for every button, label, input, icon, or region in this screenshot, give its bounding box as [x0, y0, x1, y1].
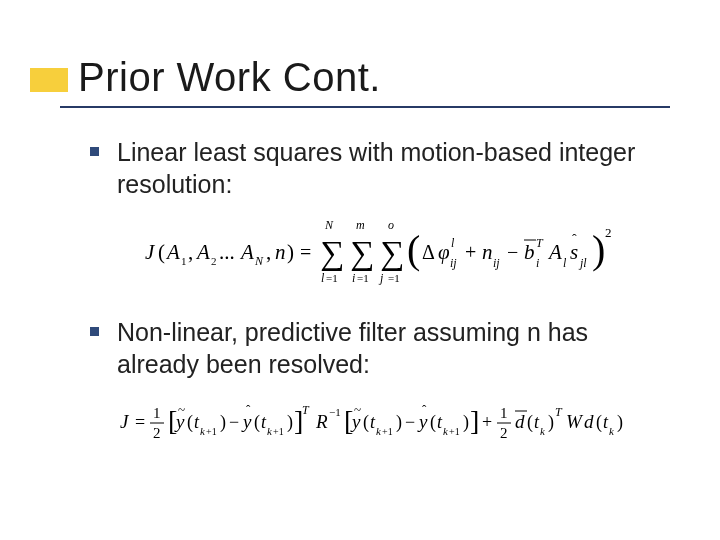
- svg-text:2: 2: [211, 255, 217, 267]
- svg-text:ij: ij: [450, 256, 457, 270]
- svg-text:i: i: [352, 271, 355, 285]
- svg-text:N: N: [324, 218, 334, 232]
- svg-text:1: 1: [153, 405, 161, 421]
- svg-text:): ): [287, 412, 293, 433]
- svg-text:+1: +1: [273, 426, 284, 437]
- svg-text:b: b: [524, 240, 535, 264]
- svg-text:T: T: [302, 403, 310, 417]
- bullet-text: Linear least squares with motion-based i…: [117, 136, 670, 200]
- svg-text:n: n: [482, 240, 493, 264]
- page-title: Prior Work Cont.: [70, 55, 680, 100]
- svg-text:A: A: [239, 240, 254, 264]
- svg-text:R: R: [315, 411, 328, 432]
- svg-text:(: (: [363, 412, 369, 433]
- svg-text:T: T: [555, 405, 563, 419]
- svg-text:d: d: [515, 411, 525, 432]
- svg-text:): ): [592, 227, 605, 272]
- svg-text:l: l: [451, 236, 455, 250]
- svg-text:y: y: [174, 411, 185, 432]
- svg-text:A: A: [547, 240, 562, 264]
- svg-text:Δ: Δ: [422, 241, 435, 263]
- svg-text:(: (: [407, 227, 420, 272]
- list-item: Non-linear, predictive filter assuming n…: [90, 316, 670, 380]
- slide: Prior Work Cont. Linear least squares wi…: [0, 0, 720, 540]
- title-rule: [60, 106, 670, 108]
- svg-text:A: A: [165, 240, 180, 264]
- svg-text:]: ]: [470, 405, 479, 436]
- svg-text:A: A: [195, 240, 210, 264]
- accent-bar: [30, 68, 68, 92]
- svg-text:,: ,: [188, 240, 193, 264]
- svg-text:(: (: [596, 412, 602, 433]
- content: Linear least squares with motion-based i…: [70, 136, 680, 450]
- svg-text:): ): [548, 412, 554, 433]
- svg-text:−: −: [507, 241, 518, 263]
- svg-text:o: o: [388, 218, 394, 232]
- svg-text:(: (: [527, 412, 533, 433]
- svg-text:y: y: [241, 411, 252, 432]
- svg-text:+1: +1: [382, 426, 393, 437]
- svg-text:+1: +1: [449, 426, 460, 437]
- svg-text:J: J: [120, 411, 130, 432]
- svg-text:y: y: [417, 411, 428, 432]
- svg-text:,: ,: [266, 240, 271, 264]
- svg-text:φ: φ: [438, 240, 450, 264]
- svg-text:∑: ∑: [320, 234, 344, 272]
- svg-text:+: +: [482, 412, 492, 432]
- svg-text:d: d: [584, 411, 594, 432]
- svg-text:=: =: [135, 412, 145, 432]
- svg-text:): ): [220, 412, 226, 433]
- svg-text:T: T: [536, 236, 544, 250]
- svg-text:2: 2: [153, 425, 161, 441]
- svg-text:W: W: [566, 411, 584, 432]
- svg-text:): ): [396, 412, 402, 433]
- svg-text:): ): [617, 412, 623, 433]
- square-bullet-icon: [90, 147, 99, 156]
- svg-text:ij: ij: [493, 256, 500, 270]
- svg-text:(: (: [187, 412, 193, 433]
- svg-text:−: −: [229, 412, 239, 432]
- svg-text:−1: −1: [329, 406, 341, 418]
- svg-text:k: k: [609, 425, 615, 437]
- svg-text:l: l: [321, 271, 325, 285]
- svg-text:∑: ∑: [380, 234, 404, 272]
- svg-text:): ): [287, 240, 294, 264]
- svg-text:i: i: [536, 256, 539, 270]
- formula-1: J ( A1 , A2 ... AN , n ) = ∑ N l=1 ∑ m i…: [90, 214, 670, 290]
- svg-text:k: k: [540, 425, 546, 437]
- svg-text:(: (: [254, 412, 260, 433]
- svg-text:2: 2: [500, 425, 508, 441]
- title-block: Prior Work Cont.: [70, 55, 680, 108]
- list-item: Linear least squares with motion-based i…: [90, 136, 670, 200]
- svg-text:1: 1: [181, 255, 187, 267]
- svg-text:=1: =1: [388, 272, 400, 284]
- svg-text:1: 1: [500, 405, 508, 421]
- svg-text:): ): [463, 412, 469, 433]
- square-bullet-icon: [90, 327, 99, 336]
- svg-text:s: s: [570, 240, 578, 264]
- svg-text:m: m: [356, 218, 365, 232]
- svg-text:l: l: [563, 256, 567, 270]
- svg-text:J: J: [145, 240, 156, 264]
- svg-text:N: N: [254, 254, 264, 268]
- formula-2: J = 1 2 [ ~ y ( t k+1 ) − ˆ y ( t k+1: [90, 394, 670, 450]
- svg-text:(: (: [158, 240, 165, 264]
- svg-text:+: +: [465, 241, 476, 263]
- svg-text:...: ...: [219, 240, 235, 264]
- svg-text:2: 2: [605, 225, 612, 240]
- svg-text:=1: =1: [326, 272, 338, 284]
- bullet-text: Non-linear, predictive filter assuming n…: [117, 316, 670, 380]
- svg-text:n: n: [275, 240, 286, 264]
- svg-text:=1: =1: [357, 272, 369, 284]
- svg-text:y: y: [350, 411, 361, 432]
- svg-text:+1: +1: [206, 426, 217, 437]
- svg-text:∑: ∑: [350, 234, 374, 272]
- svg-text:=: =: [300, 241, 311, 263]
- svg-text:−: −: [405, 412, 415, 432]
- svg-text:(: (: [430, 412, 436, 433]
- svg-text:jl: jl: [578, 256, 587, 270]
- svg-text:j: j: [378, 271, 384, 285]
